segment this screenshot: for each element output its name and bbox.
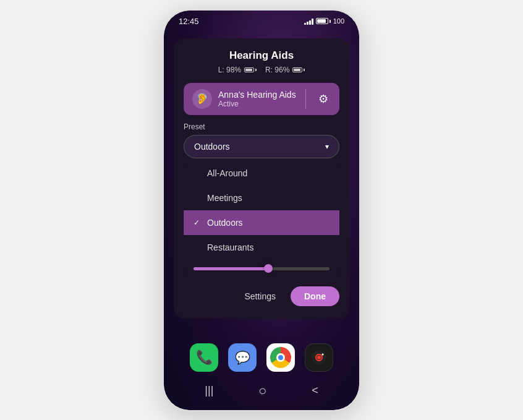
device-name: Anna's Hearing Aids (218, 90, 296, 100)
recents-button[interactable]: ||| (198, 382, 219, 400)
volume-slider-thumb[interactable] (264, 264, 273, 273)
app-icon-phone[interactable]: 📞 (190, 343, 218, 372)
hearing-aids-panel: Hearing Aids L: 98% R: 96% (174, 38, 349, 319)
status-bar: 12:45 100 (164, 11, 359, 28)
preset-label-outdoors: Outdoors (207, 218, 243, 228)
volume-slider-track[interactable] (193, 267, 330, 270)
preset-item-restaurants[interactable]: Restaurants (184, 235, 339, 260)
volume-slider-container (184, 265, 339, 278)
panel-title: Hearing Aids (184, 49, 339, 62)
battery-left-icon (244, 67, 257, 72)
battery-right-label: R: 96% (265, 66, 289, 74)
phone-frame: 12:45 100 He (163, 9, 360, 411)
preset-label: Preset (184, 122, 339, 131)
device-left: 🦻 Anna's Hearing Aids Active (192, 89, 296, 109)
hearing-aid-icon: 🦻 (192, 89, 212, 109)
divider (305, 89, 306, 109)
app-icon-messages[interactable]: 💬 (228, 343, 257, 372)
device-status: Active (218, 100, 296, 108)
dropdown-selected[interactable]: Outdoors ▾ (184, 135, 339, 158)
app-dock: 📞 💬 (164, 337, 359, 377)
chrome-inner-circle (276, 353, 285, 362)
status-time: 12:45 (179, 17, 199, 26)
phone-screen: 12:45 100 He (164, 11, 359, 410)
battery-row: L: 98% R: 96% (184, 66, 339, 74)
preset-item-all-around[interactable]: All-Around (184, 161, 339, 186)
chrome-icon (270, 347, 291, 368)
battery-left: L: 98% (218, 66, 257, 74)
preset-item-meetings[interactable]: Meetings (184, 186, 339, 210)
svg-point-3 (322, 353, 324, 355)
nav-bar: ||| ○ < (164, 377, 359, 410)
battery-left-label: L: 98% (218, 66, 241, 74)
battery-icon (316, 18, 331, 24)
done-button[interactable]: Done (291, 286, 339, 306)
preset-dropdown[interactable]: Outdoors ▾ All-Around Meetings (184, 135, 339, 278)
app-icon-camera[interactable] (305, 343, 333, 372)
main-content: Hearing Aids L: 98% R: 96% (164, 28, 359, 337)
status-icons: 100 (304, 17, 344, 25)
device-row[interactable]: 🦻 Anna's Hearing Aids Active ⚙ (184, 83, 339, 115)
selected-preset-label: Outdoors (194, 142, 230, 152)
preset-label-all-around: All-Around (207, 168, 247, 178)
dock-area: 📞 💬 ||| (164, 337, 359, 410)
camera-icon (311, 349, 327, 366)
battery-right: R: 96% (265, 66, 305, 74)
preset-item-outdoors[interactable]: ✓ Outdoors (184, 210, 339, 235)
device-info: Anna's Hearing Aids Active (218, 90, 296, 108)
signal-icon (304, 17, 313, 25)
home-button[interactable]: ○ (252, 380, 273, 401)
back-button[interactable]: < (305, 382, 325, 400)
battery-level: 100 (333, 17, 344, 25)
chevron-down-icon: ▾ (325, 142, 329, 151)
settings-button[interactable]: Settings (236, 286, 284, 306)
bottom-buttons: Settings Done (184, 286, 339, 309)
svg-point-2 (317, 356, 321, 359)
gear-button[interactable]: ⚙ (316, 90, 331, 108)
check-icon-outdoors: ✓ (193, 218, 202, 227)
preset-label-restaurants: Restaurants (207, 242, 253, 252)
dropdown-menu: All-Around Meetings ✓ Outdoors Res (184, 161, 339, 278)
volume-slider-fill (193, 267, 268, 270)
battery-right-icon (292, 67, 305, 72)
app-icon-chrome[interactable] (266, 343, 295, 372)
preset-label-meetings: Meetings (207, 193, 242, 203)
